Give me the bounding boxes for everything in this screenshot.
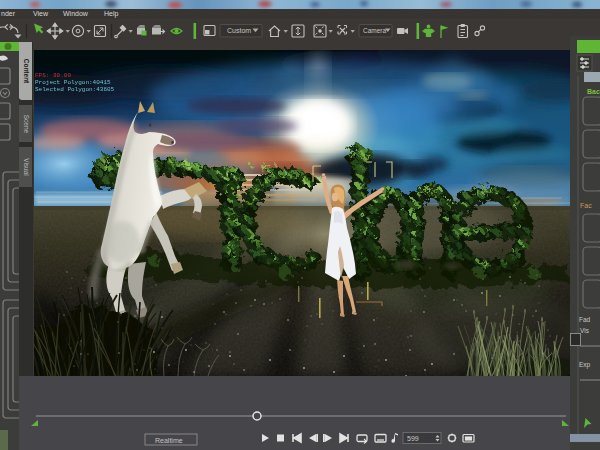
svg-text:Exp: Exp [579,361,591,369]
svg-text:Project Polygon:40415: Project Polygon:40415 [35,79,111,86]
svg-text:Fac: Fac [580,202,592,209]
svg-text:FPS: 30.00: FPS: 30.00 [35,72,71,79]
svg-text:Camera: Camera [363,27,387,34]
svg-text:Bac: Bac [587,88,600,95]
svg-text:Selected Polygon:43605: Selected Polygon:43605 [35,86,115,93]
svg-text:Custom: Custom [227,27,251,34]
svg-text:Realtime: Realtime [155,437,183,444]
svg-text:Vis: Vis [580,327,590,334]
svg-text:Fad: Fad [579,316,591,323]
svg-text:599: 599 [407,435,419,442]
